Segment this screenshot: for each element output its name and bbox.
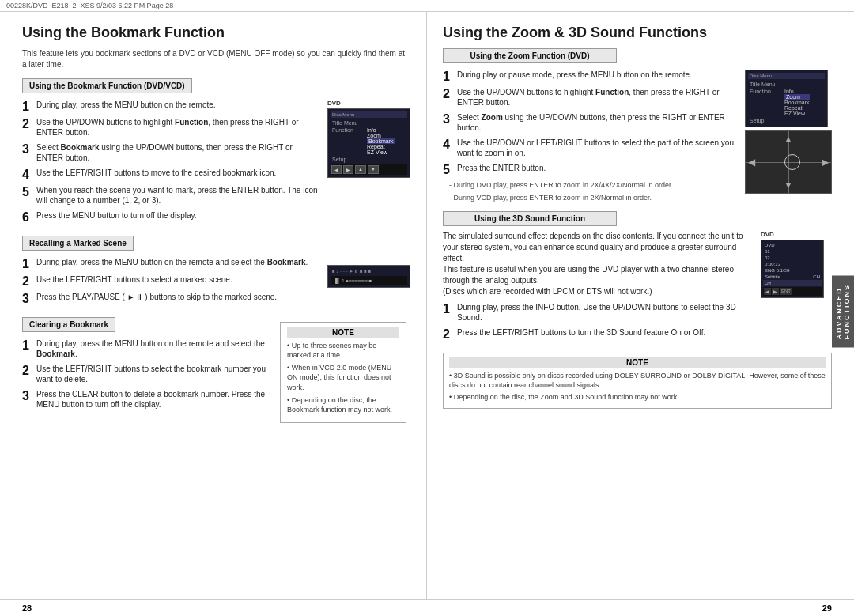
sound-content: The simulated surround effect depends on… [443,231,832,345]
zoom-section: Using the Zoom Function (DVD) 1 During p… [443,48,832,203]
step-text: Select Zoom using the UP/DOWN buttons, t… [457,112,737,134]
section3-col: Clearing a Bookmark 1 During play, press… [22,317,272,423]
zoom-dvd-function-row: Function Info Zoom BookmarkRepeatEZ View [748,88,825,117]
dvd-row-setup: Setup [331,156,407,163]
section1-steps: 1 During play, press the MENU button on … [22,100,321,228]
step-num: 2 [22,364,33,385]
step-text: Press the LEFT/RIGHT buttons to turn the… [457,327,754,341]
zoom-step-1: 1 During play or pause mode, press the M… [443,70,737,83]
zoom-submenu: Info Zoom BookmarkRepeatEZ View [784,89,810,116]
step-1-4: 4 Use the LEFT/RIGHT buttons to move to … [22,168,321,181]
page-number-right: 29 [822,603,832,613]
dvd-ctrl-btn: ENT [780,288,792,295]
zoom-step-4: 4 Use the UP/DOWN or LEFT/RIGHT buttons … [443,138,737,159]
step-text: Press the CLEAR button to delete a bookm… [36,389,272,410]
section1-header: Using the Bookmark Function (DVD/VCD) [22,78,192,93]
dvd-label: DVD [327,100,410,107]
note-column: NOTE Up to three scenes may be marked at… [280,317,410,423]
dvd-menu-label: Setup [332,157,364,162]
page-numbers: 28 29 [0,599,854,616]
step-text: Use the UP/DOWN buttons to highlight Fun… [36,117,321,138]
step-num: 1 [22,338,33,360]
step-1-2: 2 Use the UP/DOWN buttons to highlight F… [22,117,321,138]
dvd-row: Title Menu [331,119,407,127]
step-num: 2 [22,274,33,288]
note-title-right: NOTE [449,357,826,368]
dvd-small-row: 0:00:13 [763,261,822,267]
step-num: 1 [443,70,454,83]
dvd-header-item: Disc Menu [332,112,354,117]
dvd-label-function: Function [750,89,781,116]
section-zoom-header: Using the Zoom Function (DVD) [443,48,617,63]
step-num: 6 [22,210,33,224]
dvd-submenu: InfoZoom Bookmark RepeatEZ View [367,127,395,155]
note-item-3: Depending on the disc, the Bookmark func… [287,395,399,415]
note-box-right: NOTE 3D Sound is possible only on discs … [443,353,832,409]
step-text: During play or pause mode, press the MEN… [457,70,737,83]
step-text: Select Bookmark using the UP/DOWN button… [36,142,321,164]
dvd-playback-bar: ▐▌ 1 ●━━━━━━ ■ [331,277,374,284]
right-page: ADVANCED FUNCTIONS Using the Zoom & 3D S… [427,12,854,599]
sound-section: Using the 3D Sound Function The simulate… [443,211,832,409]
left-page: Using the Bookmark Function This feature… [0,12,427,599]
sound-steps-container: 1 During play, press the INFO button. Us… [443,302,754,341]
note-box: NOTE Up to three scenes may be marked at… [280,322,406,423]
step-num: 3 [443,112,454,134]
dvd-small-row: DVD [763,242,822,248]
step-num: 1 [22,257,33,270]
top-bar-text: 00228K/DVD–E218–2–XSS 9/2/03 5:22 PM Pag… [6,2,173,9]
step-text: During play, press the INFO button. Use … [457,302,754,323]
note-items-right: 3D Sound is possible only on discs recor… [449,371,826,402]
dvd-row-val: DVD [765,243,775,248]
step-1-5: 5 When you reach the scene you want to m… [22,185,321,206]
step-num: 2 [443,327,454,341]
zoom-dvd-header: Disc Menu [748,73,825,79]
step-2-1: 1 During play, press the MENU button on … [22,257,321,270]
note-title: NOTE [287,327,399,338]
side-tab: ADVANCED FUNCTIONS [832,276,854,348]
zoom-highlight: Zoom [784,94,810,100]
dvd-btn: ▶ [343,165,353,174]
intro-text: This feature lets you bookmark sections … [22,48,410,70]
step-num: 3 [22,142,33,164]
step-text: Use the LEFT/RIGHT buttons to select a m… [36,274,321,288]
step-text: Press the MENU button to turn off the di… [36,210,321,224]
dvd-bookmark-highlight: Bookmark [367,138,395,144]
zoom-circle [784,154,800,170]
dvd-row-label: Subtitle [765,274,780,279]
dvd-ctrl-btn: ▶ [772,288,779,295]
zoom-step-2: 2 Use the UP/DOWN buttons to highlight F… [443,87,737,108]
step-text: Press the PLAY/PAUSE ( ►⏸ ) buttons to s… [36,292,321,305]
dvd-menu-label: Function [332,127,364,155]
note-right-item-2: Depending on the disc, the Zoom and 3D S… [449,392,826,402]
dvd-label-right: DVD [761,231,832,238]
zoom-steps: 1 During play or pause mode, press the M… [443,70,737,203]
section1-steps-container: 1 During play, press the MENU button on … [22,100,410,228]
dvd-bottom-bar-small: ▐▌ 1 ●━━━━━━ ■ [331,276,407,285]
section2-steps: 1 During play, press the MENU button on … [22,257,321,309]
step-num: 3 [22,292,33,305]
step-2-2: 2 Use the LEFT/RIGHT buttons to select a… [22,274,321,288]
recall-dvd-mock: ■ 1 - - - ►⏸ ■ ■ ■ ▐▌ 1 ●━━━━━━ ■ [327,265,410,288]
step-num: 4 [22,168,33,181]
dvd-btn: ▲ [355,165,366,174]
dvd-row-val: 0:00:13 [765,262,780,266]
recall-image: ■ 1 - - - ►⏸ ■ ■ ■ ▐▌ 1 ●━━━━━━ ■ [327,257,410,309]
right-page-title: Using the Zoom & 3D Sound Functions [443,25,832,42]
section-clear: Clearing a Bookmark 1 During play, press… [22,317,272,410]
step-2-3: 3 Press the PLAY/PAUSE ( ►⏸ ) buttons to… [22,292,321,305]
step-num: 3 [22,389,33,410]
step-text: Use the UP/DOWN or LEFT/RIGHT buttons to… [457,138,737,159]
step-1-3: 3 Select Bookmark using the UP/DOWN butt… [22,142,321,164]
arrow-up: ▲ [784,134,793,145]
dvd-row-val: 02 [765,255,770,260]
dvd-row-function: Function InfoZoom Bookmark RepeatEZ View [331,127,407,156]
note-item-2: When in VCD 2.0 mode (MENU ON mode), thi… [287,363,399,393]
step-3-2: 2 Use the LEFT/RIGHT buttons to select t… [22,364,272,385]
zoom-dvd-setup: Setup [748,117,825,124]
dvd-row-val: Off [765,281,771,285]
dvd-ctrl-btn: ◀ [764,288,771,295]
section-bookmark: Using the Bookmark Function (DVD/VCD) 1 … [22,78,410,228]
step-text: During play, press the MENU button on th… [36,338,272,360]
dvd-menu-image: DVD Disc Menu Title Menu Function InfoZo… [327,100,410,228]
